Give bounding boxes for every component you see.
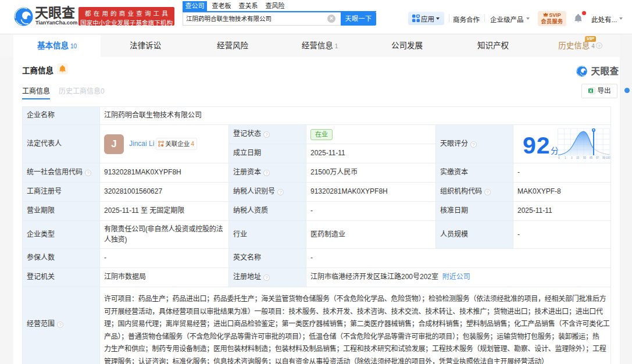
- svg-text:0: 0: [558, 156, 560, 159]
- svg-text:15: 15: [576, 156, 580, 159]
- svg-text:1: 1: [565, 156, 566, 159]
- svg-text:97: 97: [596, 156, 599, 159]
- svg-text:99: 99: [602, 156, 606, 159]
- svg-text:50: 50: [583, 156, 587, 159]
- svg-text:85: 85: [590, 156, 593, 159]
- svg-text:100: 100: [606, 156, 610, 159]
- svg-text:3: 3: [571, 156, 573, 159]
